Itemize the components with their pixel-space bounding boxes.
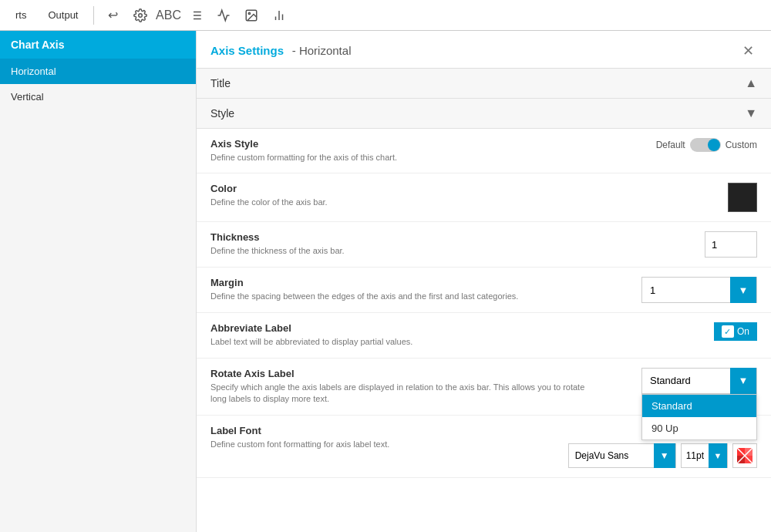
thickness-label: Thickness (210, 231, 596, 243)
sidebar-item-horizontal[interactable]: Horizontal (0, 59, 196, 84)
right-panel: Axis Settings - Horizontal ✕ Title ▲ Sty… (197, 31, 771, 532)
axis-style-label-group: Axis Style Define custom formatting for … (210, 138, 596, 163)
margin-desc: Define the spacing between the edges of … (210, 291, 596, 302)
color-control (728, 183, 757, 212)
toolbar-tab-rts[interactable]: rts (6, 5, 35, 25)
rotate-label-group: Rotate Axis Label Specify which angle th… (210, 368, 596, 406)
color-row: Color Define the color of the axis bar. (197, 173, 771, 222)
rotate-axis-label-row: Rotate Axis Label Specify which angle th… (197, 359, 771, 416)
font-name-dropdown[interactable]: DejaVu Sans ▼ (568, 443, 676, 468)
color-label: Color (210, 183, 596, 194)
rotate-dropdown-arrow: ▼ (730, 368, 756, 394)
label-font-label-group: Label Font Define custom font formatting… (210, 425, 568, 450)
close-button[interactable]: ✕ (739, 42, 757, 60)
thickness-control (705, 231, 757, 258)
axis-style-custom-label: Custom (726, 140, 757, 150)
settings-content: Axis Style Define custom formatting for … (197, 129, 771, 532)
list-button[interactable] (183, 3, 208, 28)
axis-style-desc: Define custom formatting for the axis of… (210, 152, 596, 163)
section-title-label: Title (210, 77, 231, 89)
font-size-value: 11pt (682, 450, 709, 461)
thickness-desc: Define the thickness of the axis bar. (210, 245, 596, 257)
abbreviate-label-desc: Label text will be abbreviated to displa… (210, 336, 596, 348)
margin-control: 1 ▼ (641, 277, 757, 303)
rotate-label: Rotate Axis Label (210, 368, 596, 379)
thickness-row: Thickness Define the thickness of the ax… (197, 222, 771, 268)
rotate-dropdown-wrapper: Standard ▼ Standard 90 Up (641, 368, 757, 394)
section-style-label: Style (210, 107, 234, 120)
rotate-dropdown-value: Standard (642, 375, 730, 386)
color-swatch[interactable] (728, 183, 757, 212)
section-style-header[interactable]: Style ▼ (197, 99, 771, 129)
sidebar-title: Chart Axis (0, 31, 196, 59)
rotate-desc: Specify which angle the axis labels are … (210, 382, 596, 406)
svg-point-8 (249, 12, 251, 14)
axis-style-row: Axis Style Define custom formatting for … (197, 129, 771, 173)
sidebar: Chart Axis Horizontal Vertical (0, 31, 197, 532)
axis-style-toggle[interactable]: Default Custom (656, 138, 757, 152)
section-style-chevron: ▼ (745, 106, 757, 120)
axis-style-toggle-thumb (708, 139, 720, 151)
color-desc: Define the color of the axis bar. (210, 197, 596, 208)
font-name-value: DejaVu Sans (569, 450, 654, 461)
rotate-option-standard[interactable]: Standard (642, 395, 756, 417)
section-title-chevron: ▲ (745, 76, 757, 90)
rotate-control: Standard ▼ Standard 90 Up (641, 368, 757, 394)
undo-button[interactable]: ↩ (100, 3, 125, 28)
svg-point-0 (139, 13, 143, 17)
font-color-button[interactable] (732, 443, 757, 468)
abbreviate-on-label: On (737, 326, 749, 337)
dialog-header: Axis Settings - Horizontal ✕ (197, 31, 771, 69)
dialog-title-sub: - Horizontal (292, 44, 352, 57)
axis-style-label: Axis Style (210, 138, 596, 150)
abbreviate-label-group: Abbreviate Label Label text will be abbr… (210, 322, 596, 348)
toolbar-tab-output[interactable]: Output (39, 5, 87, 25)
margin-dropdown-value: 1 (642, 285, 730, 296)
dialog-title-main: Axis Settings (210, 44, 284, 57)
axis-style-control: Default Custom (656, 138, 757, 152)
label-font-label: Label Font (210, 425, 568, 436)
thickness-input[interactable] (705, 231, 757, 258)
toolbar-divider (93, 6, 94, 25)
dialog-title: Axis Settings - Horizontal (210, 43, 351, 59)
section-title-header[interactable]: Title ▲ (197, 69, 771, 99)
font-size-arrow: ▼ (709, 443, 727, 468)
abbreviate-label-label: Abbreviate Label (210, 322, 596, 334)
axis-style-toggle-track[interactable] (690, 138, 721, 152)
chart-line-button[interactable] (211, 3, 236, 28)
thickness-label-group: Thickness Define the thickness of the ax… (210, 231, 596, 257)
color-label-group: Color Define the color of the axis bar. (210, 183, 596, 208)
label-font-desc: Define custom font formatting for axis l… (210, 439, 568, 450)
text-button[interactable]: ABC (156, 3, 180, 28)
margin-dropdown-arrow: ▼ (730, 277, 756, 303)
margin-label: Margin (210, 277, 596, 288)
sidebar-item-vertical[interactable]: Vertical (0, 84, 196, 109)
rotate-option-90up[interactable]: 90 Up (642, 417, 756, 439)
rotate-dropdown[interactable]: Standard ▼ (641, 368, 757, 394)
font-controls: DejaVu Sans ▼ 11pt ▼ (568, 443, 757, 468)
margin-dropdown[interactable]: 1 ▼ (641, 277, 757, 303)
axis-style-default-label: Default (656, 140, 685, 150)
abbreviate-on-badge[interactable]: On (714, 322, 757, 341)
rotate-dropdown-menu: Standard 90 Up (641, 394, 757, 440)
settings-button[interactable] (128, 3, 153, 28)
font-name-arrow: ▼ (654, 443, 675, 468)
abbreviate-label-row: Abbreviate Label Label text will be abbr… (197, 313, 771, 358)
abbreviate-label-control: On (714, 322, 757, 341)
abbreviate-check-icon (722, 325, 734, 338)
chart-bar-button[interactable] (267, 3, 291, 28)
font-size-dropdown[interactable]: 11pt ▼ (681, 443, 728, 468)
toolbar: rts Output ↩ ABC (0, 0, 771, 31)
main-layout: Chart Axis Horizontal Vertical Axis Sett… (0, 31, 771, 532)
margin-label-group: Margin Define the spacing between the ed… (210, 277, 596, 302)
margin-row: Margin Define the spacing between the ed… (197, 268, 771, 313)
image-button[interactable] (239, 3, 264, 28)
